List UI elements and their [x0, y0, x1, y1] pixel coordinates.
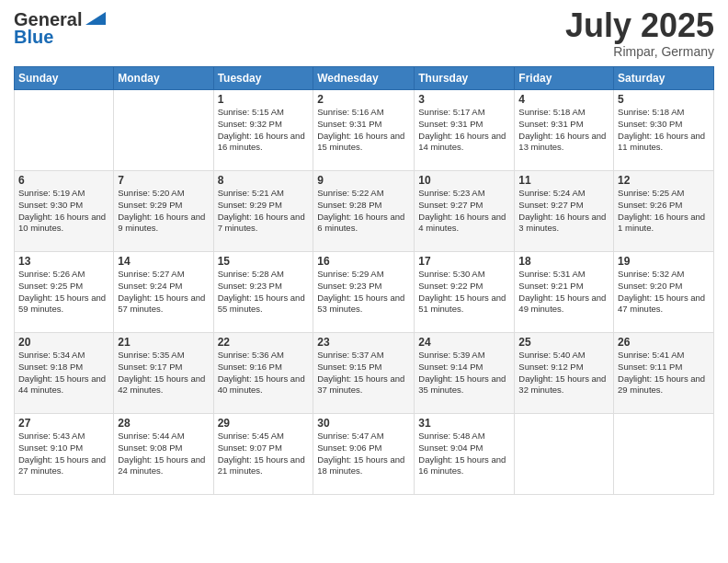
day-number: 23	[317, 336, 410, 349]
calendar-cell: 26Sunrise: 5:41 AMSunset: 9:11 PMDayligh…	[614, 333, 714, 414]
day-number: 2	[317, 93, 410, 106]
day-number: 7	[118, 174, 209, 187]
col-tuesday: Tuesday	[213, 67, 313, 90]
calendar: Sunday Monday Tuesday Wednesday Thursday…	[14, 66, 714, 495]
calendar-cell: 22Sunrise: 5:36 AMSunset: 9:16 PMDayligh…	[213, 333, 313, 414]
col-monday: Monday	[114, 67, 213, 90]
day-number: 24	[418, 336, 510, 349]
day-info: Sunrise: 5:23 AMSunset: 9:27 PMDaylight:…	[418, 188, 510, 235]
calendar-cell: 28Sunrise: 5:44 AMSunset: 9:08 PMDayligh…	[114, 414, 213, 495]
day-info: Sunrise: 5:43 AMSunset: 9:10 PMDaylight:…	[18, 431, 109, 477]
calendar-cell: 21Sunrise: 5:35 AMSunset: 9:17 PMDayligh…	[114, 333, 213, 414]
svg-marker-0	[85, 12, 106, 25]
col-sunday: Sunday	[15, 67, 114, 90]
day-number: 6	[18, 174, 109, 187]
day-number: 17	[418, 255, 510, 268]
calendar-cell: 27Sunrise: 5:43 AMSunset: 9:10 PMDayligh…	[15, 414, 114, 495]
calendar-cell: 2Sunrise: 5:16 AMSunset: 9:31 PMDaylight…	[313, 90, 415, 171]
day-info: Sunrise: 5:32 AMSunset: 9:20 PMDaylight:…	[618, 269, 710, 316]
calendar-week-4: 20Sunrise: 5:34 AMSunset: 9:18 PMDayligh…	[15, 333, 714, 414]
calendar-cell: 24Sunrise: 5:39 AMSunset: 9:14 PMDayligh…	[415, 333, 515, 414]
calendar-cell: 29Sunrise: 5:45 AMSunset: 9:07 PMDayligh…	[213, 414, 313, 495]
day-info: Sunrise: 5:29 AMSunset: 9:23 PMDaylight:…	[317, 269, 410, 316]
header: General Blue July 2025 Rimpar, Germany	[14, 9, 714, 59]
day-info: Sunrise: 5:16 AMSunset: 9:31 PMDaylight:…	[317, 107, 410, 154]
day-info: Sunrise: 5:37 AMSunset: 9:15 PMDaylight:…	[317, 350, 410, 396]
day-info: Sunrise: 5:47 AMSunset: 9:06 PMDaylight:…	[317, 431, 410, 477]
day-info: Sunrise: 5:40 AMSunset: 9:12 PMDaylight:…	[518, 350, 609, 396]
day-info: Sunrise: 5:28 AMSunset: 9:23 PMDaylight:…	[218, 269, 310, 316]
day-number: 14	[118, 255, 209, 268]
day-info: Sunrise: 5:34 AMSunset: 9:18 PMDaylight:…	[18, 350, 109, 396]
day-info: Sunrise: 5:21 AMSunset: 9:29 PMDaylight:…	[218, 188, 310, 235]
calendar-cell: 30Sunrise: 5:47 AMSunset: 9:06 PMDayligh…	[313, 414, 415, 495]
day-info: Sunrise: 5:39 AMSunset: 9:14 PMDaylight:…	[418, 350, 510, 396]
day-number: 21	[118, 336, 209, 349]
calendar-cell: 31Sunrise: 5:48 AMSunset: 9:04 PMDayligh…	[415, 414, 515, 495]
day-info: Sunrise: 5:26 AMSunset: 9:25 PMDaylight:…	[18, 269, 109, 316]
day-info: Sunrise: 5:19 AMSunset: 9:30 PMDaylight:…	[18, 188, 109, 235]
day-number: 11	[518, 174, 609, 187]
calendar-cell: 8Sunrise: 5:21 AMSunset: 9:29 PMDaylight…	[213, 171, 313, 252]
month-title: July 2025	[565, 9, 714, 42]
day-info: Sunrise: 5:17 AMSunset: 9:31 PMDaylight:…	[418, 107, 510, 154]
col-saturday: Saturday	[614, 67, 714, 90]
day-info: Sunrise: 5:15 AMSunset: 9:32 PMDaylight:…	[218, 107, 310, 154]
calendar-week-1: 1Sunrise: 5:15 AMSunset: 9:32 PMDaylight…	[15, 90, 714, 171]
calendar-cell: 19Sunrise: 5:32 AMSunset: 9:20 PMDayligh…	[614, 252, 714, 333]
calendar-cell: 4Sunrise: 5:18 AMSunset: 9:31 PMDaylight…	[515, 90, 614, 171]
col-thursday: Thursday	[415, 67, 515, 90]
day-number: 15	[218, 255, 310, 268]
day-number: 20	[18, 336, 109, 349]
logo: General Blue	[14, 9, 106, 48]
day-number: 31	[418, 417, 510, 430]
day-info: Sunrise: 5:35 AMSunset: 9:17 PMDaylight:…	[118, 350, 209, 396]
day-number: 16	[317, 255, 410, 268]
day-number: 27	[18, 417, 109, 430]
day-info: Sunrise: 5:30 AMSunset: 9:22 PMDaylight:…	[418, 269, 510, 316]
day-number: 4	[518, 93, 609, 106]
calendar-cell	[114, 90, 213, 171]
calendar-cell: 20Sunrise: 5:34 AMSunset: 9:18 PMDayligh…	[15, 333, 114, 414]
calendar-cell: 6Sunrise: 5:19 AMSunset: 9:30 PMDaylight…	[15, 171, 114, 252]
day-number: 8	[218, 174, 310, 187]
day-info: Sunrise: 5:24 AMSunset: 9:27 PMDaylight:…	[518, 188, 609, 235]
calendar-week-5: 27Sunrise: 5:43 AMSunset: 9:10 PMDayligh…	[15, 414, 714, 495]
calendar-cell	[15, 90, 114, 171]
day-number: 28	[118, 417, 209, 430]
calendar-cell: 1Sunrise: 5:15 AMSunset: 9:32 PMDaylight…	[213, 90, 313, 171]
day-number: 9	[317, 174, 410, 187]
calendar-cell: 23Sunrise: 5:37 AMSunset: 9:15 PMDayligh…	[313, 333, 415, 414]
title-area: July 2025 Rimpar, Germany	[565, 9, 714, 59]
day-number: 26	[618, 336, 710, 349]
day-info: Sunrise: 5:41 AMSunset: 9:11 PMDaylight:…	[618, 350, 710, 396]
logo-blue: Blue	[14, 27, 53, 48]
day-info: Sunrise: 5:20 AMSunset: 9:29 PMDaylight:…	[118, 188, 209, 235]
logo-icon	[85, 12, 106, 25]
day-number: 1	[218, 93, 310, 106]
day-info: Sunrise: 5:48 AMSunset: 9:04 PMDaylight:…	[418, 431, 510, 477]
day-number: 18	[518, 255, 609, 268]
calendar-cell: 16Sunrise: 5:29 AMSunset: 9:23 PMDayligh…	[313, 252, 415, 333]
calendar-cell: 13Sunrise: 5:26 AMSunset: 9:25 PMDayligh…	[15, 252, 114, 333]
day-number: 3	[418, 93, 510, 106]
calendar-header-row: Sunday Monday Tuesday Wednesday Thursday…	[15, 67, 714, 90]
day-number: 29	[218, 417, 310, 430]
calendar-week-2: 6Sunrise: 5:19 AMSunset: 9:30 PMDaylight…	[15, 171, 714, 252]
day-number: 30	[317, 417, 410, 430]
calendar-cell: 12Sunrise: 5:25 AMSunset: 9:26 PMDayligh…	[614, 171, 714, 252]
calendar-cell	[614, 414, 714, 495]
day-info: Sunrise: 5:22 AMSunset: 9:28 PMDaylight:…	[317, 188, 410, 235]
calendar-cell: 11Sunrise: 5:24 AMSunset: 9:27 PMDayligh…	[515, 171, 614, 252]
day-info: Sunrise: 5:27 AMSunset: 9:24 PMDaylight:…	[118, 269, 209, 316]
location: Rimpar, Germany	[565, 44, 714, 59]
day-info: Sunrise: 5:25 AMSunset: 9:26 PMDaylight:…	[618, 188, 710, 235]
page: General Blue July 2025 Rimpar, Germany S…	[0, 0, 728, 563]
calendar-week-3: 13Sunrise: 5:26 AMSunset: 9:25 PMDayligh…	[15, 252, 714, 333]
calendar-cell: 14Sunrise: 5:27 AMSunset: 9:24 PMDayligh…	[114, 252, 213, 333]
calendar-cell: 7Sunrise: 5:20 AMSunset: 9:29 PMDaylight…	[114, 171, 213, 252]
calendar-cell: 18Sunrise: 5:31 AMSunset: 9:21 PMDayligh…	[515, 252, 614, 333]
day-number: 19	[618, 255, 710, 268]
col-wednesday: Wednesday	[313, 67, 415, 90]
calendar-cell: 17Sunrise: 5:30 AMSunset: 9:22 PMDayligh…	[415, 252, 515, 333]
